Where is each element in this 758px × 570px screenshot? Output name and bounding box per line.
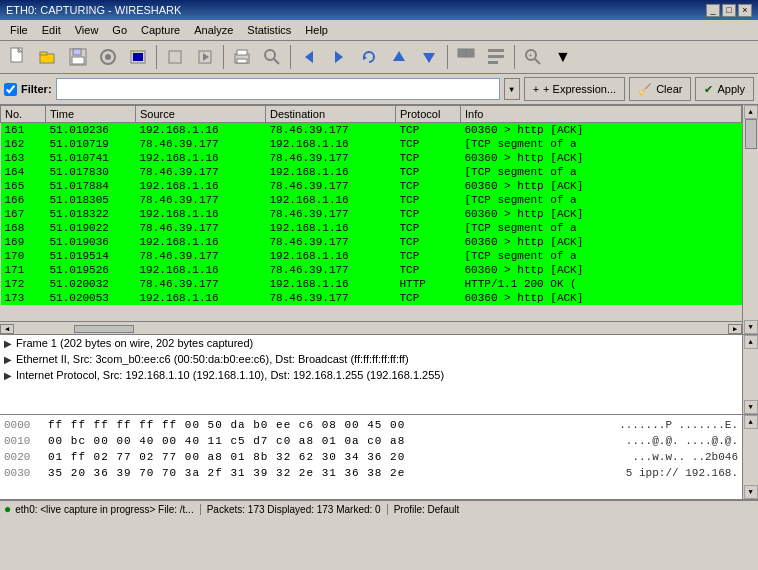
auto-scroll-button[interactable] (482, 43, 510, 71)
save-button[interactable] (64, 43, 92, 71)
restart-button[interactable] (191, 43, 219, 71)
cell-proto: TCP (396, 137, 461, 151)
cell-no: 161 (1, 123, 46, 138)
cell-src: 192.168.1.16 (136, 207, 266, 221)
menu-statistics[interactable]: Statistics (241, 22, 297, 38)
packet-tbody: 161 51.010236 192.168.1.16 78.46.39.177 … (1, 123, 742, 306)
hex-row: 0000 ff ff ff ff ff ff 00 50 da b0 ee c6… (4, 417, 738, 433)
table-row[interactable]: 169 51.019036 192.168.1.16 78.46.39.177 … (1, 235, 742, 249)
details-vscroll: ▲ ▼ (742, 335, 758, 414)
menu-capture[interactable]: Capture (135, 22, 186, 38)
cell-proto: TCP (396, 207, 461, 221)
cell-no: 163 (1, 151, 46, 165)
table-row[interactable]: 163 51.010741 192.168.1.16 78.46.39.177 … (1, 151, 742, 165)
table-row[interactable]: 167 51.018322 192.168.1.16 78.46.39.177 … (1, 207, 742, 221)
hex-vscroll-down[interactable]: ▼ (744, 485, 758, 499)
filter-checkbox[interactable] (4, 83, 17, 96)
packet-list-section: No. Time Source Destination Protocol Inf… (0, 105, 758, 335)
h-scroll-thumb[interactable] (74, 325, 134, 333)
hex-row: 0020 01 ff 02 77 02 77 00 a8 01 8b 32 62… (4, 449, 738, 465)
zoom-button[interactable]: + (519, 43, 547, 71)
expression-button[interactable]: + + Expression... (524, 77, 626, 101)
new-button[interactable] (4, 43, 32, 71)
minimize-button[interactable]: _ (706, 4, 720, 17)
apply-button[interactable]: ✔ Apply (695, 77, 754, 101)
table-row[interactable]: 162 51.010719 78.46.39.177 192.168.1.16 … (1, 137, 742, 151)
table-row[interactable]: 172 51.020032 78.46.39.177 192.168.1.16 … (1, 277, 742, 291)
hex-vscroll-up[interactable]: ▲ (744, 415, 758, 429)
menu-file[interactable]: File (4, 22, 34, 38)
table-row[interactable]: 164 51.017830 78.46.39.177 192.168.1.16 … (1, 165, 742, 179)
cell-time: 51.019036 (46, 235, 136, 249)
detail-row[interactable]: ▶Ethernet II, Src: 3com_b0:ee:c6 (00:50:… (0, 351, 742, 367)
svg-rect-15 (237, 50, 247, 55)
table-row[interactable]: 166 51.018305 78.46.39.177 192.168.1.16 … (1, 193, 742, 207)
h-scrollbar[interactable]: ◀ ▶ (0, 321, 742, 334)
cell-proto: TCP (396, 165, 461, 179)
svg-marker-20 (335, 51, 343, 63)
back-button[interactable] (295, 43, 323, 71)
detail-row[interactable]: ▶Frame 1 (202 bytes on wire, 202 bytes c… (0, 335, 742, 351)
hex-vscroll: ▲ ▼ (742, 415, 758, 499)
table-row[interactable]: 170 51.019514 78.46.39.177 192.168.1.16 … (1, 249, 742, 263)
cell-info: 60360 > http [ACK] (461, 123, 742, 138)
vscroll-down[interactable]: ▼ (744, 320, 758, 334)
detail-text: Internet Protocol, Src: 192.168.1.10 (19… (16, 369, 444, 381)
h-scroll-right[interactable]: ▶ (728, 324, 742, 334)
menu-analyze[interactable]: Analyze (188, 22, 239, 38)
maximize-button[interactable]: □ (722, 4, 736, 17)
cell-info: HTTP/1.1 200 OK ( (461, 277, 742, 291)
reload-button[interactable] (355, 43, 383, 71)
svg-rect-3 (40, 52, 47, 55)
table-row[interactable]: 168 51.019022 78.46.39.177 192.168.1.16 … (1, 221, 742, 235)
forward-button[interactable] (325, 43, 353, 71)
detail-row[interactable]: ▶Internet Protocol, Src: 192.168.1.10 (1… (0, 367, 742, 383)
col-info[interactable]: Info (461, 106, 742, 123)
col-source[interactable]: Source (136, 106, 266, 123)
cell-info: 60360 > http [ACK] (461, 263, 742, 277)
table-row[interactable]: 165 51.017884 192.168.1.16 78.46.39.177 … (1, 179, 742, 193)
scroll-bottom-button[interactable] (415, 43, 443, 71)
vscroll-thumb[interactable] (745, 119, 757, 149)
details-vscroll-up[interactable]: ▲ (744, 335, 758, 349)
hex-ascii: ...w.w.. ..2b046 (632, 449, 738, 465)
menu-help[interactable]: Help (299, 22, 334, 38)
col-no[interactable]: No. (1, 106, 46, 123)
cell-dst: 78.46.39.177 (266, 263, 396, 277)
vscroll-up[interactable]: ▲ (744, 105, 758, 119)
cell-proto: TCP (396, 123, 461, 138)
filter-dropdown[interactable]: ▼ (504, 78, 520, 100)
clear-button[interactable]: 🧹 Clear (629, 77, 691, 101)
menu-go[interactable]: Go (106, 22, 133, 38)
menu-view[interactable]: View (69, 22, 105, 38)
table-row[interactable]: 173 51.020053 192.168.1.16 78.46.39.177 … (1, 291, 742, 305)
svg-rect-24 (458, 49, 466, 57)
cell-src: 192.168.1.16 (136, 179, 266, 193)
stop-button[interactable] (161, 43, 189, 71)
filter-input[interactable] (56, 78, 500, 100)
col-time[interactable]: Time (46, 106, 136, 123)
more-button[interactable]: ▼ (549, 43, 577, 71)
table-row[interactable]: 161 51.010236 192.168.1.16 78.46.39.177 … (1, 123, 742, 138)
scroll-top-button[interactable] (385, 43, 413, 71)
cell-proto: TCP (396, 235, 461, 249)
table-row[interactable]: 171 51.019526 192.168.1.16 78.46.39.177 … (1, 263, 742, 277)
col-proto[interactable]: Protocol (396, 106, 461, 123)
col-dest[interactable]: Destination (266, 106, 396, 123)
print-button[interactable] (228, 43, 256, 71)
svg-line-18 (274, 59, 279, 64)
open-button[interactable] (34, 43, 62, 71)
details-vscroll-down[interactable]: ▼ (744, 400, 758, 414)
capture-interfaces-button[interactable] (124, 43, 152, 71)
cell-proto: TCP (396, 193, 461, 207)
close-button[interactable]: × (738, 4, 752, 17)
hex-row: 0030 35 20 36 39 70 70 3a 2f 31 39 32 2e… (4, 465, 738, 481)
menu-edit[interactable]: Edit (36, 22, 67, 38)
apply-icon: ✔ (704, 83, 713, 96)
cell-time: 51.017884 (46, 179, 136, 193)
capture-options-button[interactable] (94, 43, 122, 71)
svg-rect-10 (133, 53, 143, 61)
colorize-button[interactable] (452, 43, 480, 71)
find-button[interactable] (258, 43, 286, 71)
h-scroll-left[interactable]: ◀ (0, 324, 14, 334)
